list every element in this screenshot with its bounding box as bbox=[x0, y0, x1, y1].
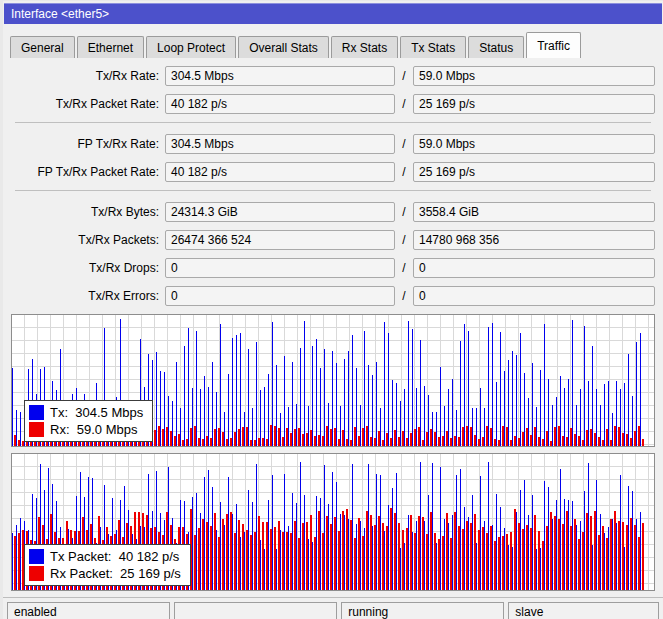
rx-packets-field[interactable]: 14780 968 356 bbox=[413, 230, 655, 250]
tx-packet-rate-field[interactable]: 40 182 p/s bbox=[165, 94, 395, 114]
tx-bar bbox=[592, 346, 593, 446]
fp-tx-rate-field[interactable]: 304.5 Mbps bbox=[165, 134, 395, 154]
window-titlebar[interactable]: Interface <ether5> bbox=[4, 3, 662, 24]
tx-bytes-field[interactable]: 24314.3 GiB bbox=[165, 202, 395, 222]
stat-row-errors: Tx/Rx Errors: 0 / 0 bbox=[11, 286, 655, 306]
tx-bar bbox=[376, 474, 377, 590]
rx-bytes-field[interactable]: 3558.4 GiB bbox=[413, 202, 655, 222]
tx-bar bbox=[556, 500, 557, 590]
tx-errors-field[interactable]: 0 bbox=[165, 286, 395, 306]
tx-bar bbox=[500, 507, 501, 590]
tx-bar bbox=[592, 545, 593, 590]
legend-row-rx-packet: Rx Packet: 25 169 p/s bbox=[29, 565, 181, 582]
tx-bar bbox=[536, 407, 537, 446]
rx-legend-text: Rx: 59.0 Mbps bbox=[50, 422, 137, 437]
tx-legend-value: 304.5 Mbps bbox=[75, 405, 143, 420]
tx-bar bbox=[476, 408, 477, 446]
legend-row-rx: Rx: 59.0 Mbps bbox=[29, 421, 143, 438]
tx-bar bbox=[580, 521, 581, 590]
tx-bar bbox=[252, 408, 253, 447]
tx-bar bbox=[552, 405, 553, 446]
tx-bar bbox=[412, 532, 413, 590]
tx-bar bbox=[560, 469, 561, 590]
tx-packet-legend-value: 40 182 p/s bbox=[119, 549, 180, 564]
tx-bar bbox=[572, 501, 573, 590]
tx-bar bbox=[640, 333, 641, 446]
tx-bar bbox=[400, 548, 401, 590]
tx-bar bbox=[384, 531, 385, 590]
tx-bar bbox=[184, 346, 185, 446]
tx-bar bbox=[520, 490, 521, 590]
tx-bar bbox=[232, 514, 233, 590]
tx-bar bbox=[252, 502, 253, 590]
tx-bar bbox=[392, 380, 393, 446]
tx-bar bbox=[412, 329, 413, 446]
tx-bar bbox=[628, 354, 629, 446]
tx-drops-field[interactable]: 0 bbox=[165, 258, 395, 278]
tab-traffic[interactable]: Traffic bbox=[526, 32, 581, 58]
status-empty bbox=[174, 602, 337, 619]
status-enabled: enabled bbox=[7, 602, 170, 619]
tx-bar bbox=[256, 342, 257, 446]
stat-row-rate: Tx/Rx Rate: 304.5 Mbps / 59.0 Mbps bbox=[11, 66, 655, 86]
tx-bar bbox=[240, 537, 241, 590]
tx-bar bbox=[352, 464, 353, 590]
tx-bar bbox=[424, 386, 425, 446]
tab-bar: General Ethernet Loop Protect Overall St… bbox=[3, 24, 663, 58]
traffic-panel: Tx/Rx Rate: 304.5 Mbps / 59.0 Mbps Tx/Rx… bbox=[3, 58, 663, 591]
tx-bar bbox=[300, 348, 301, 446]
tx-bar bbox=[568, 379, 569, 446]
tx-bar bbox=[188, 328, 189, 446]
tab-tx-stats[interactable]: Tx Stats bbox=[400, 36, 466, 58]
tx-bar bbox=[304, 321, 305, 446]
rx-errors-field[interactable]: 0 bbox=[413, 286, 655, 306]
tab-status[interactable]: Status bbox=[468, 36, 524, 58]
tx-bar bbox=[196, 331, 197, 446]
fp-rx-rate-field[interactable]: 59.0 Mbps bbox=[413, 134, 655, 154]
tx-bar bbox=[348, 519, 349, 590]
tx-bar bbox=[532, 363, 533, 446]
tx-bar bbox=[548, 379, 549, 446]
tx-bar bbox=[248, 490, 249, 590]
tx-bar bbox=[228, 374, 229, 446]
slash-separator: / bbox=[399, 165, 409, 179]
tab-loop-protect[interactable]: Loop Protect bbox=[146, 36, 236, 58]
fp-tx-packet-rate-field[interactable]: 40 182 p/s bbox=[165, 162, 395, 182]
tx-bar bbox=[596, 389, 597, 446]
tx-bar bbox=[280, 413, 281, 446]
tx-bar bbox=[540, 548, 541, 590]
tab-general[interactable]: General bbox=[10, 36, 75, 58]
tx-packets-field[interactable]: 26474 366 524 bbox=[165, 230, 395, 250]
rx-rate-field[interactable]: 59.0 Mbps bbox=[413, 66, 655, 86]
tx-bar bbox=[472, 495, 473, 590]
tx-bar bbox=[500, 332, 501, 446]
tx-bar bbox=[336, 363, 337, 446]
tx-bar bbox=[264, 387, 265, 446]
tx-bar bbox=[612, 413, 613, 446]
rx-drops-field[interactable]: 0 bbox=[413, 258, 655, 278]
tx-bar bbox=[200, 513, 201, 590]
tx-bar bbox=[512, 351, 513, 446]
tx-bar bbox=[632, 396, 633, 446]
tx-bar bbox=[220, 502, 221, 590]
tx-rate-field[interactable]: 304.5 Mbps bbox=[165, 66, 395, 86]
tx-bar bbox=[440, 367, 441, 446]
tx-bar bbox=[232, 338, 233, 446]
tab-ethernet[interactable]: Ethernet bbox=[77, 36, 144, 58]
tx-bar bbox=[568, 500, 569, 590]
tab-overall-stats[interactable]: Overall Stats bbox=[238, 36, 329, 58]
fp-rx-packet-rate-field[interactable]: 25 169 p/s bbox=[413, 162, 655, 182]
tx-bar bbox=[276, 365, 277, 446]
rx-bar bbox=[642, 439, 644, 446]
tx-bar bbox=[344, 359, 345, 446]
tx-bar bbox=[224, 412, 225, 446]
tx-bar bbox=[608, 381, 609, 447]
tx-bar bbox=[612, 519, 613, 590]
tab-rx-stats[interactable]: Rx Stats bbox=[331, 36, 398, 58]
rx-packet-rate-field[interactable]: 25 169 p/s bbox=[413, 94, 655, 114]
stat-row-fp-packet-rate: FP Tx/Rx Packet Rate: 40 182 p/s / 25 16… bbox=[11, 162, 655, 182]
tx-bar bbox=[156, 352, 157, 446]
tx-bar bbox=[564, 499, 565, 590]
tx-bar bbox=[16, 410, 17, 446]
tx-bar bbox=[364, 528, 365, 590]
